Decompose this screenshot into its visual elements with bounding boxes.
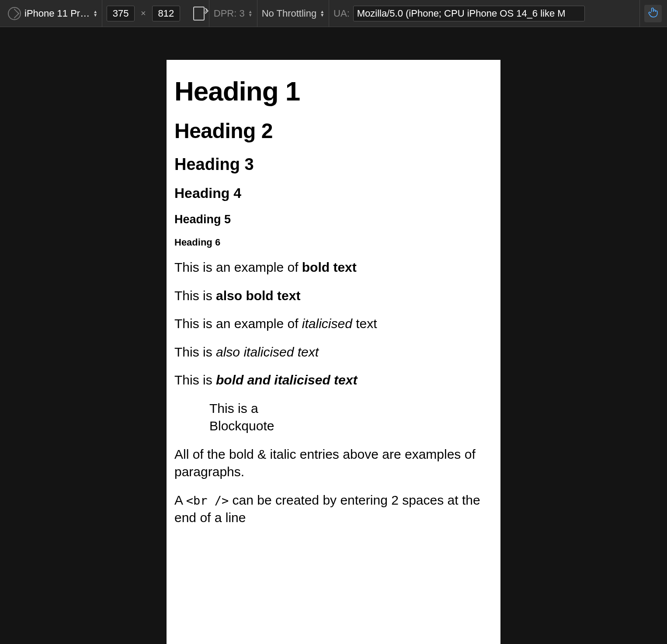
bold-text: also bold text (216, 288, 300, 303)
code-inline: <br /> (186, 494, 229, 507)
dpr-label: DPR: 3 (214, 8, 245, 19)
text-run: This is an example of (174, 260, 302, 274)
text-run: This is (174, 373, 216, 387)
heading-4: Heading 4 (174, 185, 493, 201)
text-run: This is an example of (174, 316, 302, 331)
paragraph-also-italic: This is also italicised text (174, 343, 493, 361)
italic-text: italicised (302, 316, 352, 331)
touch-simulation-button[interactable] (644, 5, 662, 22)
heading-2: Heading 2 (174, 119, 493, 143)
chevron-updown-icon: ▲▼ (93, 10, 97, 17)
simulated-device-viewport[interactable]: Heading 1 Heading 2 Heading 3 Heading 4 … (167, 60, 500, 644)
dpr-segment[interactable]: DPR: 3 ▲▼ (209, 0, 257, 27)
bold-italic-text: bold and italicised text (216, 373, 357, 387)
throttling-segment[interactable]: No Throttling ▲▼ (257, 0, 329, 27)
viewport-width-input[interactable] (107, 6, 135, 21)
paragraph-summary: All of the bold & italic entries above a… (174, 446, 493, 481)
ua-label: UA: (334, 8, 350, 19)
heading-3: Heading 3 (174, 155, 493, 174)
dimensions-segment: × (102, 0, 209, 27)
throttling-label: No Throttling (262, 8, 317, 19)
ua-segment: UA: (329, 0, 640, 27)
user-agent-input[interactable] (353, 6, 585, 21)
paragraph-br-note: A <br /> can be created by entering 2 sp… (174, 492, 493, 527)
blockquote: This is a Blockquote (209, 400, 323, 435)
device-selector-segment: iPhone 11 Pr… ▲▼ (3, 0, 102, 27)
text-run: text (352, 316, 377, 331)
viewport-height-input[interactable] (152, 6, 180, 21)
compass-icon (8, 7, 21, 20)
text-run: A (174, 493, 186, 507)
viewport-area: Heading 1 Heading 2 Heading 3 Heading 4 … (0, 27, 667, 644)
touch-icon (647, 7, 659, 21)
chevron-updown-icon: ▲▼ (248, 10, 253, 17)
device-select[interactable]: iPhone 11 Pr… ▲▼ (24, 8, 97, 19)
text-run: This is (174, 288, 216, 303)
heading-1: Heading 1 (174, 76, 493, 107)
bold-text: bold text (302, 260, 357, 274)
paragraph-bold-example: This is an example of bold text (174, 259, 493, 277)
paragraph-italic-example: This is an example of italicised text (174, 315, 493, 333)
heading-6: Heading 6 (174, 237, 493, 248)
italic-text: also italicised text (216, 345, 319, 359)
device-select-label: iPhone 11 Pr… (24, 8, 90, 19)
paragraph-also-bold: This is also bold text (174, 287, 493, 305)
heading-5: Heading 5 (174, 213, 493, 226)
rotate-icon[interactable] (193, 7, 205, 21)
chevron-updown-icon: ▲▼ (320, 10, 324, 17)
responsive-design-toolbar: iPhone 11 Pr… ▲▼ × DPR: 3 ▲▼ No Throttli… (0, 0, 667, 27)
paragraph-bold-italic: This is bold and italicised text (174, 371, 493, 389)
text-run: This is (174, 345, 216, 359)
touch-segment (640, 0, 664, 27)
dimensions-separator: × (138, 8, 149, 18)
